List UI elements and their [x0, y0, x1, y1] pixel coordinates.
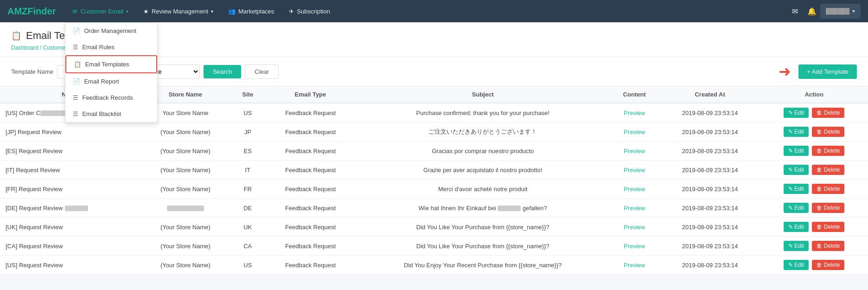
cell-created-at: 2019-08-09 23:53:14: [660, 180, 760, 199]
row-store: (Your Store Name): [160, 148, 211, 155]
cell-action: ✎ Edit 🗑 Delete: [760, 142, 868, 161]
cell-site: CA: [231, 237, 264, 256]
cell-created-at: 2019-08-09 23:53:14: [660, 199, 760, 218]
delete-button[interactable]: 🗑 Delete: [812, 241, 844, 251]
cell-email-type: Feedback Request: [264, 142, 357, 161]
delete-button[interactable]: 🗑 Delete: [812, 108, 844, 118]
cell-site: FR: [231, 180, 264, 199]
cell-site: DE: [231, 199, 264, 218]
edit-button[interactable]: ✎ Edit: [784, 203, 809, 213]
cell-content[interactable]: Preview: [609, 103, 660, 122]
preview-link[interactable]: Preview: [624, 262, 645, 269]
col-content: Content: [609, 86, 660, 103]
row-name: [FR] Request Review: [6, 186, 63, 193]
nav-subscription[interactable]: ✈ Subscription: [281, 0, 338, 22]
row-name: [JP] Request Review: [6, 129, 62, 135]
edit-button[interactable]: ✎ Edit: [784, 260, 809, 270]
preview-link[interactable]: Preview: [624, 186, 645, 193]
cell-email-type: Feedback Request: [264, 161, 357, 180]
cell-content[interactable]: Preview: [609, 161, 660, 180]
breadcrumb-dashboard[interactable]: Dashboard: [11, 45, 38, 51]
edit-button[interactable]: ✎ Edit: [784, 108, 809, 118]
row-subject: Wie hat Ihnen Ihr Einkauf bei: [419, 205, 498, 212]
row-store: Your Store Name: [162, 110, 208, 116]
preview-link[interactable]: Preview: [624, 148, 645, 155]
delete-button[interactable]: 🗑 Delete: [812, 260, 844, 270]
cell-name: [FR] Request Review: [0, 180, 140, 199]
cell-content[interactable]: Preview: [609, 180, 660, 199]
dropdown-order-management[interactable]: 📄 Order Management: [65, 23, 157, 39]
row-name: [DE] Request Review: [6, 205, 63, 212]
blurred-subject: [498, 206, 521, 211]
user-chevron-icon: ▾: [852, 8, 855, 14]
bell-icon[interactable]: 🔔: [804, 3, 820, 19]
row-name: [CA] Request Review: [6, 243, 63, 250]
cell-content[interactable]: Preview: [609, 122, 660, 142]
nav-marketplaces[interactable]: 👥 Marketplaces: [221, 0, 281, 22]
delete-button[interactable]: 🗑 Delete: [812, 222, 844, 232]
row-subject: Did You Like Your Purchase from {{store_…: [416, 243, 549, 250]
cell-site: UK: [231, 218, 264, 237]
row-subject: ご注文いただきありがとうございます！: [428, 128, 537, 135]
cell-site: US: [231, 256, 264, 275]
search-button[interactable]: Search: [204, 65, 241, 78]
cell-name: [ES] Request Review: [0, 142, 140, 161]
add-template-button[interactable]: + Add Template: [798, 64, 857, 79]
delete-button[interactable]: 🗑 Delete: [812, 127, 844, 137]
edit-button[interactable]: ✎ Edit: [784, 165, 809, 175]
preview-link[interactable]: Preview: [624, 205, 645, 212]
preview-link[interactable]: Preview: [624, 224, 645, 231]
preview-link[interactable]: Preview: [624, 129, 645, 135]
cell-action: ✎ Edit 🗑 Delete: [760, 161, 868, 180]
row-subject: Merci d'avoir acheté notre produit: [438, 186, 528, 193]
cell-created-at: 2019-08-09 23:53:14: [660, 237, 760, 256]
email-templates-icon: 📋: [74, 61, 81, 68]
edit-button[interactable]: ✎ Edit: [784, 222, 809, 232]
delete-button[interactable]: 🗑 Delete: [812, 184, 844, 194]
nav-review-management[interactable]: ★ Review Management ▾: [136, 0, 221, 22]
cell-action: ✎ Edit 🗑 Delete: [760, 122, 868, 142]
dropdown-email-templates[interactable]: 📋 Email Templates: [65, 55, 157, 73]
cell-created-at: 2019-08-09 23:53:14: [660, 256, 760, 275]
cell-store: (Your Store Name): [140, 122, 231, 142]
mail-icon[interactable]: ✉: [787, 3, 804, 19]
user-menu[interactable]: ██████ ▾: [820, 4, 861, 19]
marketplaces-icon: 👥: [228, 8, 236, 15]
dropdown-email-blacklist[interactable]: ☰ Email Blacklist: [65, 106, 157, 122]
delete-button[interactable]: 🗑 Delete: [812, 165, 844, 175]
clear-button[interactable]: Clear: [245, 64, 279, 79]
table-row: [DE] Request Review DE Feedback Request …: [0, 199, 868, 218]
cell-created-at: 2019-08-09 23:53:14: [660, 122, 760, 142]
dropdown-feedback-records[interactable]: ☰ Feedback Records: [65, 90, 157, 106]
row-subject: Purchase confirmed: thank you for your p…: [416, 110, 550, 116]
preview-link[interactable]: Preview: [624, 110, 645, 116]
cell-name: [CA] Request Review: [0, 237, 140, 256]
delete-button[interactable]: 🗑 Delete: [812, 146, 844, 156]
cell-content[interactable]: Preview: [609, 256, 660, 275]
cell-content[interactable]: Preview: [609, 142, 660, 161]
row-subject: Grazie per aver acquistato il nostro pro…: [423, 167, 542, 174]
cell-name: [DE] Request Review: [0, 199, 140, 218]
edit-button[interactable]: ✎ Edit: [784, 241, 809, 251]
table-row: [CA] Request Review (Your Store Name) CA…: [0, 237, 868, 256]
cell-content[interactable]: Preview: [609, 218, 660, 237]
cell-content[interactable]: Preview: [609, 237, 660, 256]
edit-button[interactable]: ✎ Edit: [784, 184, 809, 194]
email-blacklist-icon: ☰: [73, 110, 78, 117]
edit-button[interactable]: ✎ Edit: [784, 146, 809, 156]
nav-customer-email[interactable]: ✉ Customer Email ▾ 📄 Order Management ☰ …: [65, 0, 135, 22]
preview-link[interactable]: Preview: [624, 243, 645, 250]
edit-button[interactable]: ✎ Edit: [784, 127, 809, 137]
delete-button[interactable]: 🗑 Delete: [812, 203, 844, 213]
preview-link[interactable]: Preview: [624, 167, 645, 174]
dropdown-email-rules[interactable]: ☰ Email Rules: [65, 39, 157, 55]
user-name: ██████: [826, 8, 849, 14]
email-nav-icon: ✉: [72, 8, 77, 15]
cell-subject: Wie hat Ihnen Ihr Einkauf bei gefallen?: [357, 199, 609, 218]
template-name-label: Template Name: [11, 68, 53, 75]
row-store: (Your Store Name): [160, 224, 211, 231]
cell-subject: Did You Like Your Purchase from {{store_…: [357, 237, 609, 256]
cell-subject: Merci d'avoir acheté notre produit: [357, 180, 609, 199]
cell-content[interactable]: Preview: [609, 199, 660, 218]
dropdown-email-report[interactable]: 📄 Email Report: [65, 73, 157, 90]
